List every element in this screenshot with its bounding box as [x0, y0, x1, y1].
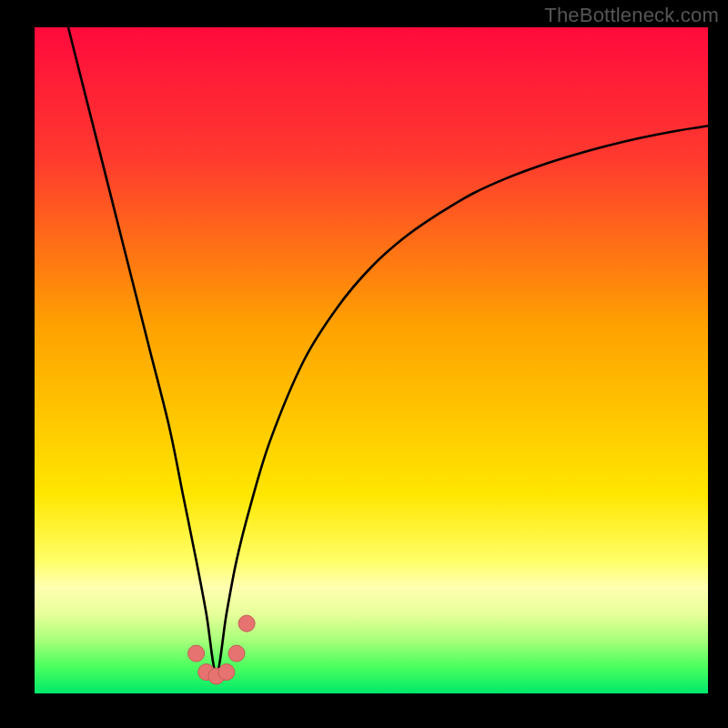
- marker-point: [238, 615, 255, 632]
- plot-background: [35, 27, 708, 693]
- marker-point: [228, 645, 245, 662]
- bottleneck-chart: [0, 0, 728, 728]
- marker-point: [188, 645, 205, 662]
- watermark-text: TheBottleneck.com: [544, 4, 719, 27]
- chart-frame: TheBottleneck.com: [0, 0, 728, 728]
- marker-point: [218, 664, 235, 681]
